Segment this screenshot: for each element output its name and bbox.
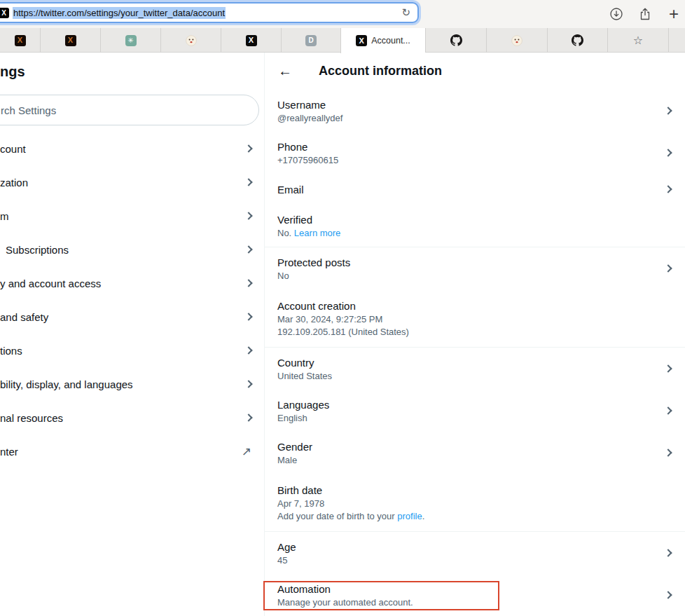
settings-sidebar: ngs count zation m Subscriptions y and a… xyxy=(0,53,265,616)
reload-icon[interactable]: ↻ xyxy=(401,6,410,19)
chevron-right-icon xyxy=(244,212,252,219)
tab-chatgpt[interactable]: ✳ xyxy=(100,28,160,53)
x-logo-icon: X xyxy=(15,35,26,46)
tab-star[interactable]: ☆ xyxy=(607,28,668,53)
sidebar-item-monetization[interactable]: zation xyxy=(0,165,264,199)
chevron-right-icon xyxy=(664,591,672,598)
sidebar-item-additional-resources[interactable]: nal resources xyxy=(0,401,264,434)
github-logo-icon xyxy=(572,34,583,46)
chevron-right-icon xyxy=(664,549,672,556)
settings-title: ngs xyxy=(0,64,264,80)
x-logo-icon: X xyxy=(65,35,76,46)
tab-title: Account... xyxy=(371,36,410,46)
tab-bar-filler xyxy=(668,28,685,52)
row-account-creation: Account creation Mar 30, 2024, 9:27:25 P… xyxy=(265,289,685,347)
sidebar-item-notifications[interactable]: tions xyxy=(0,334,264,367)
chevron-right-icon xyxy=(664,364,672,372)
chevron-right-icon xyxy=(244,380,252,388)
x-logo-icon: X xyxy=(356,35,367,46)
x-favicon-icon: X xyxy=(0,8,9,18)
browser-toolbar: X https://twitter.com/settings/your_twit… xyxy=(0,0,685,28)
row-email[interactable]: Email xyxy=(265,174,685,205)
tab-github[interactable] xyxy=(547,28,607,53)
tab-x[interactable]: X xyxy=(221,28,281,53)
row-birth-date: Birth date Apr 7, 1978 Add your date of … xyxy=(265,474,685,531)
chevron-right-icon xyxy=(664,406,672,414)
github-logo-icon xyxy=(450,34,462,46)
account-information-panel: ← Account information Username @reallyre… xyxy=(265,53,685,616)
downloads-icon[interactable] xyxy=(609,7,623,21)
row-age[interactable]: Age 45 xyxy=(265,532,685,574)
page-title: Account information xyxy=(319,64,442,78)
row-country[interactable]: Country United States xyxy=(265,348,685,390)
chevron-right-icon xyxy=(664,107,672,114)
chatgpt-logo-icon: ✳ xyxy=(125,35,137,46)
smiley-face-icon xyxy=(511,35,523,46)
chevron-right-icon xyxy=(244,178,252,186)
chevron-right-icon xyxy=(664,449,672,456)
tab-bar: X X ✳ X D X Account... ☆ xyxy=(0,28,685,53)
row-username[interactable]: Username @reallyreallydef xyxy=(265,90,685,132)
star-icon: ☆ xyxy=(632,35,644,46)
search-settings-box[interactable] xyxy=(0,95,259,125)
tab-x[interactable]: X xyxy=(0,28,40,53)
url-input[interactable]: X https://twitter.com/settings/your_twit… xyxy=(0,2,419,23)
chevron-right-icon xyxy=(664,185,672,193)
sidebar-item-your-account[interactable]: count xyxy=(0,132,264,165)
tab-smiley[interactable] xyxy=(160,28,221,53)
row-protected-posts[interactable]: Protected posts No xyxy=(265,247,685,289)
sidebar-item-premium[interactable]: m xyxy=(0,199,264,233)
chevron-right-icon xyxy=(244,313,252,320)
row-gender[interactable]: Gender Male xyxy=(265,432,685,474)
sidebar-item-security-account-access[interactable]: y and account access xyxy=(0,266,264,300)
smiley-face-icon xyxy=(186,35,197,46)
row-verified: Verified No. Learn more xyxy=(265,205,685,247)
external-link-icon: ↗ xyxy=(242,444,251,459)
tab-x[interactable]: X xyxy=(40,28,100,53)
sidebar-item-privacy-safety[interactable]: and safety xyxy=(0,300,264,334)
chevron-right-icon xyxy=(244,144,252,152)
sidebar-item-subscriptions[interactable]: Subscriptions xyxy=(0,233,264,266)
chevron-right-icon xyxy=(244,245,252,253)
row-phone[interactable]: Phone +17075960615 xyxy=(265,132,685,174)
chevron-right-icon xyxy=(244,346,252,354)
sidebar-item-accessibility-display-languages[interactable]: bility, display, and languages xyxy=(0,367,264,401)
new-tab-icon[interactable]: + xyxy=(667,7,681,21)
chevron-right-icon xyxy=(244,413,252,421)
search-settings-input[interactable] xyxy=(1,104,211,116)
tab-account-active[interactable]: X Account... xyxy=(340,28,425,53)
chevron-right-icon xyxy=(664,149,672,156)
letter-d-icon: D xyxy=(305,35,317,46)
share-icon[interactable] xyxy=(638,7,652,21)
learn-more-link[interactable]: Learn more xyxy=(294,228,340,238)
tab-github[interactable] xyxy=(425,28,486,53)
profile-link[interactable]: profile xyxy=(397,511,422,521)
sidebar-item-help-center[interactable]: nter↗ xyxy=(0,434,264,468)
chevron-right-icon xyxy=(664,264,672,272)
row-automation[interactable]: Automation Manage your automated account… xyxy=(265,574,685,616)
tab-d[interactable]: D xyxy=(281,28,340,53)
chevron-right-icon xyxy=(244,279,252,287)
row-languages[interactable]: Languages English xyxy=(265,390,685,432)
back-button[interactable]: ← xyxy=(277,63,293,79)
tab-smiley[interactable] xyxy=(486,28,547,53)
url-text-selected: https://twitter.com/settings/your_twitte… xyxy=(13,7,226,19)
x-logo-icon: X xyxy=(246,35,257,46)
